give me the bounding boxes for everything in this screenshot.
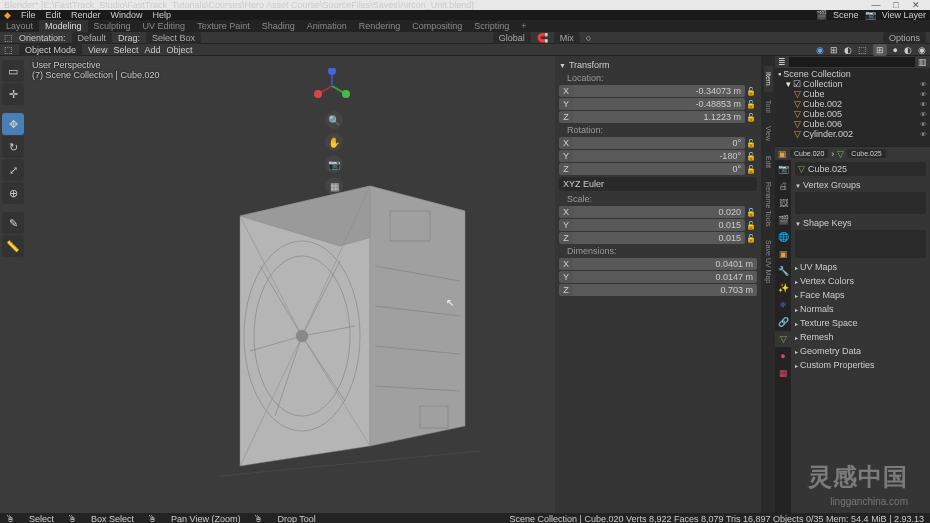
menu-object[interactable]: Object [166,45,192,55]
breadcrumb-obj[interactable]: Cube.020 [790,149,828,158]
prop-tab-physics-icon[interactable]: ⚛ [775,297,791,313]
menu-add[interactable]: Add [144,45,160,55]
prop-tab-texture-icon[interactable]: ▦ [775,365,791,381]
section-texture-space[interactable]: ▸Texture Space [795,316,926,330]
zoom-icon[interactable]: 🔍 [325,111,343,129]
loc-x-field[interactable]: -0.34073 m [573,85,745,97]
transform-tool-icon[interactable]: ⊕ [2,182,24,204]
outliner-search-input[interactable] [789,57,915,67]
viewlayer-field[interactable]: View Layer [882,10,926,20]
cursor-tool-icon[interactable]: ✛ [2,83,24,105]
tab-sculpting[interactable]: Sculpting [88,20,137,32]
drag-dropdown[interactable]: Select Box [146,32,201,44]
lock-icon[interactable]: 🔓 [745,152,757,161]
prop-tab-object-icon[interactable]: ▣ [775,246,791,262]
npanel-tab-view[interactable]: View [764,120,773,147]
lock-icon[interactable]: 🔓 [745,100,757,109]
shading-solid-icon[interactable]: ● [893,45,898,55]
menu-select[interactable]: Select [113,45,138,55]
transform-orientation-dropdown[interactable]: Global [493,32,531,44]
scene-field[interactable]: Scene [833,10,859,20]
overlay-toggle-icon[interactable]: ◉ [816,45,824,55]
menu-help[interactable]: Help [153,10,172,20]
shape-keys-list[interactable] [795,230,926,258]
scl-z-field[interactable]: 0.015 [573,232,745,244]
loc-y-field[interactable]: -0.48853 m [573,98,745,110]
tab-layout[interactable]: Layout [0,20,39,32]
tab-compositing[interactable]: Compositing [406,20,468,32]
scl-y-field[interactable]: 0.015 [573,219,745,231]
section-remesh[interactable]: ▸Remesh [795,330,926,344]
menu-view[interactable]: View [88,45,107,55]
tab-modeling[interactable]: Modeling [39,20,88,32]
lock-icon[interactable]: 🔓 [745,208,757,217]
scale-tool-icon[interactable]: ⤢ [2,159,24,181]
overlays-icon[interactable]: ◐ [844,45,852,55]
editor-type-icon[interactable]: ⬚ [4,45,13,55]
prop-tab-material-icon[interactable]: ● [775,348,791,364]
prop-tab-viewlayer-icon[interactable]: 🖼 [775,195,791,211]
menu-file[interactable]: File [21,10,36,20]
npanel-tab-edit[interactable]: Edit [764,150,773,174]
prop-tab-modifiers-icon[interactable]: 🔧 [775,263,791,279]
prop-tab-constraints-icon[interactable]: 🔗 [775,314,791,330]
close-icon[interactable]: ✕ [906,0,926,10]
breadcrumb-mesh[interactable]: Cube.025 [847,149,885,158]
move-tool-icon[interactable]: ✥ [2,113,24,135]
annotate-tool-icon[interactable]: ✎ [2,212,24,234]
section-face-maps[interactable]: ▸Face Maps [795,288,926,302]
proportional-icon[interactable]: ○ [586,33,591,43]
xray-icon[interactable]: ⬚ [858,45,867,55]
orientation-dropdown[interactable]: Default [72,32,113,44]
section-custom-properties[interactable]: ▸Custom Properties [795,358,926,372]
snap-icon[interactable]: 🧲 [537,33,548,43]
rot-y-field[interactable]: -180° [573,150,745,162]
select-tool-icon[interactable]: ▭ [2,60,24,82]
menu-render[interactable]: Render [71,10,101,20]
maximize-icon[interactable]: □ [886,0,906,10]
mode-dropdown[interactable]: Object Mode [19,44,82,56]
rotation-mode-dropdown[interactable]: XYZ Euler [559,177,757,191]
dim-x-field[interactable]: 0.0401 m [573,258,757,270]
tab-rendering[interactable]: Rendering [353,20,407,32]
vertex-groups-list[interactable] [795,192,926,214]
section-vertex-colors[interactable]: ▸Vertex Colors [795,274,926,288]
menu-edit[interactable]: Edit [46,10,62,20]
menu-window[interactable]: Window [111,10,143,20]
npanel-tab-tool[interactable]: Tool [764,94,773,119]
gizmo-toggle-icon[interactable]: ⊞ [830,45,838,55]
dim-z-field[interactable]: 0.703 m [573,284,757,296]
rot-z-field[interactable]: 0° [573,163,745,175]
shading-rendered-icon[interactable]: ◉ [918,45,926,55]
section-geometry-data[interactable]: ▸Geometry Data [795,344,926,358]
snap-dropdown[interactable]: Mix [554,32,580,44]
transform-header[interactable]: ▼Transform [559,58,757,72]
section-uv-maps[interactable]: ▸UV Maps [795,260,926,274]
mesh-name-field[interactable]: ▽Cube.025 [795,162,926,176]
minimize-icon[interactable]: — [866,0,886,10]
nav-gizmo[interactable] [314,68,350,104]
cursor-tool-icon[interactable]: ⬚ [4,33,13,43]
prop-tab-particles-icon[interactable]: ✨ [775,280,791,296]
tab-texturepaint[interactable]: Texture Paint [191,20,256,32]
prop-tab-world-icon[interactable]: 🌐 [775,229,791,245]
pan-icon[interactable]: ✋ [325,133,343,151]
lock-icon[interactable]: 🔓 [745,139,757,148]
dim-y-field[interactable]: 0.0147 m [573,271,757,283]
tab-scripting[interactable]: Scripting [468,20,515,32]
rot-x-field[interactable]: 0° [573,137,745,149]
lock-icon[interactable]: 🔓 [745,113,757,122]
filter-icon[interactable]: ▥ [918,57,927,67]
section-vertex-groups[interactable]: ▼Vertex Groups [795,178,926,192]
lock-icon[interactable]: 🔓 [745,165,757,174]
npanel-tab-item[interactable]: Item [764,66,773,92]
tab-animation[interactable]: Animation [301,20,353,32]
tab-uvediting[interactable]: UV Editing [137,20,192,32]
prop-tab-output-icon[interactable]: 🖨 [775,178,791,194]
shading-wireframe-icon[interactable]: ⊞ [873,44,887,56]
measure-tool-icon[interactable]: 📏 [2,235,24,257]
npanel-tab-saveuv[interactable]: Save UV Map [764,234,773,289]
3d-viewport[interactable]: ▭ ✛ ✥ ↻ ⤢ ⊕ ✎ 📏 User Perspective (7) Sce… [0,56,555,513]
shading-matprev-icon[interactable]: ◐ [904,45,912,55]
npanel-tab-rename[interactable]: Rename Tools [764,176,773,233]
